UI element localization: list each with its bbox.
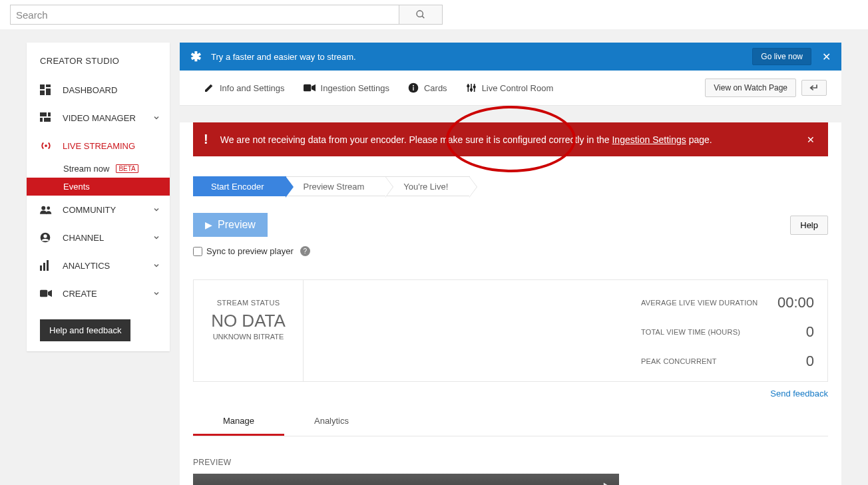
back-button[interactable]: [801, 80, 827, 96]
stream-status-header: STREAM STATUS: [200, 299, 296, 307]
metric-total-time-value: 0: [806, 323, 814, 341]
alert-ingestion-link[interactable]: Ingestion Settings: [612, 134, 686, 145]
svg-marker-21: [312, 84, 316, 92]
tab-live-control-room[interactable]: Live Control Room: [457, 71, 563, 105]
lower-tab-manage[interactable]: Manage: [193, 408, 284, 436]
step-youre-live[interactable]: You're Live!: [386, 176, 470, 196]
help-feedback-button[interactable]: Help and feedback: [40, 319, 130, 341]
community-icon: [40, 204, 55, 216]
svg-rect-9: [44, 118, 51, 122]
svg-point-12: [47, 206, 50, 210]
svg-marker-19: [48, 290, 52, 297]
sidebar-item-label: COMMUNITY: [63, 205, 152, 215]
sidebar-item-channel[interactable]: CHANNEL: [27, 224, 170, 251]
promo-banner: ✱ Try a faster and easier way to stream.…: [180, 43, 841, 71]
sidebar-item-video-manager[interactable]: VIDEO MANAGER: [27, 104, 170, 132]
share-icon[interactable]: [595, 480, 610, 485]
video-manager-icon: [40, 112, 55, 124]
svg-point-11: [41, 206, 45, 210]
return-arrow-icon: [809, 84, 819, 92]
tab-info-settings[interactable]: Info and Settings: [194, 71, 294, 105]
create-icon: [40, 287, 55, 299]
help-tooltip-icon[interactable]: ?: [300, 246, 310, 256]
stream-bitrate: UNKNOWN BITRATE: [200, 333, 296, 341]
status-card: STREAM STATUS NO DATA UNKNOWN BITRATE AV…: [193, 279, 828, 382]
svg-point-30: [473, 86, 475, 88]
play-icon: ▶: [205, 220, 212, 230]
chevron-down-icon: [152, 261, 160, 269]
sidebar-item-analytics[interactable]: ANALYTICS: [27, 251, 170, 279]
banner-close-icon[interactable]: ✕: [819, 51, 833, 63]
chevron-down-icon: [152, 206, 160, 214]
sidebar-subitem-events[interactable]: Events: [27, 178, 170, 196]
tab-label: Info and Settings: [220, 83, 285, 93]
sidebar-item-label: LIVE STREAMING: [63, 141, 160, 151]
sidebar-item-label: CHANNEL: [63, 233, 152, 243]
tab-ingestion-settings[interactable]: Ingestion Settings: [294, 71, 399, 105]
chevron-down-icon: [152, 114, 160, 122]
svg-point-29: [470, 88, 472, 90]
send-feedback-link[interactable]: Send feedback: [193, 389, 828, 399]
preview-button[interactable]: ▶ Preview: [193, 213, 268, 237]
sync-label: Sync to preview player: [206, 246, 294, 256]
lower-tab-analytics[interactable]: Analytics: [284, 408, 379, 436]
encoder-icon: [304, 83, 316, 92]
alert-close-icon[interactable]: ✕: [804, 134, 817, 145]
stream-status-value: NO DATA: [200, 311, 296, 331]
svg-point-0: [417, 11, 423, 17]
svg-line-1: [422, 16, 424, 18]
info-circle-icon: [408, 82, 419, 93]
svg-rect-7: [48, 112, 51, 116]
svg-rect-5: [40, 90, 45, 95]
svg-rect-8: [40, 118, 43, 122]
tab-label: Cards: [424, 83, 447, 93]
svg-rect-16: [43, 263, 45, 271]
svg-rect-20: [304, 84, 311, 92]
exclamation-icon: !: [204, 132, 208, 147]
chevron-down-icon: [152, 289, 160, 297]
svg-rect-15: [40, 265, 42, 271]
step-start-encoder[interactable]: Start Encoder: [193, 176, 286, 196]
channel-icon: [40, 232, 55, 243]
metric-avg-duration-label: AVERAGE LIVE VIEW DURATION: [641, 299, 758, 307]
sliders-icon: [466, 82, 477, 93]
alert-text: We are not receiving data from your enco…: [220, 134, 804, 145]
encoder-alert: ! We are not receiving data from your en…: [193, 122, 828, 156]
search-input[interactable]: [10, 5, 399, 25]
sidebar-subitem-stream-now[interactable]: Stream now BETA: [27, 160, 170, 178]
star-icon: ✱: [190, 49, 202, 65]
preview-player[interactable]: [193, 474, 619, 485]
go-live-button[interactable]: Go live now: [752, 48, 811, 65]
sidebar-item-live-streaming[interactable]: LIVE STREAMING: [27, 132, 170, 160]
step-preview-stream[interactable]: Preview Stream: [286, 176, 387, 196]
help-button[interactable]: Help: [790, 216, 828, 235]
search-icon: [415, 9, 426, 20]
banner-text: Try a faster and easier way to stream.: [211, 52, 752, 62]
svg-rect-6: [40, 112, 47, 116]
metric-peak-label: PEAK CONCURRENT: [641, 357, 717, 365]
svg-rect-23: [413, 87, 413, 90]
svg-point-14: [43, 234, 47, 238]
metric-avg-duration-value: 00:00: [777, 294, 814, 311]
svg-rect-2: [40, 84, 45, 89]
search-button[interactable]: [399, 5, 443, 25]
sidebar-item-label: ANALYTICS: [63, 261, 152, 271]
sidebar-item-dashboard[interactable]: DASHBOARD: [27, 76, 170, 104]
dashboard-icon: [40, 84, 55, 96]
tab-cards[interactable]: Cards: [399, 71, 457, 105]
sidebar-item-create[interactable]: CREATE: [27, 279, 170, 307]
beta-badge: BETA: [116, 164, 138, 173]
sync-checkbox[interactable]: [193, 247, 202, 256]
tab-label: Ingestion Settings: [321, 83, 389, 93]
metric-total-time-label: TOTAL VIEW TIME (HOURS): [641, 328, 740, 336]
sidebar: CREATOR STUDIO DASHBOARD VIDEO MANAGER L…: [27, 43, 170, 351]
analytics-icon: [40, 259, 55, 271]
pencil-icon: [204, 82, 214, 93]
lower-tabs: Manage Analytics: [193, 408, 828, 436]
svg-rect-3: [46, 84, 51, 87]
tabbar: Info and Settings Ingestion Settings Car…: [180, 71, 841, 106]
svg-rect-4: [46, 88, 51, 95]
studio-title: CREATOR STUDIO: [27, 43, 170, 76]
view-watch-page-button[interactable]: View on Watch Page: [705, 79, 796, 97]
sidebar-item-community[interactable]: COMMUNITY: [27, 196, 170, 224]
